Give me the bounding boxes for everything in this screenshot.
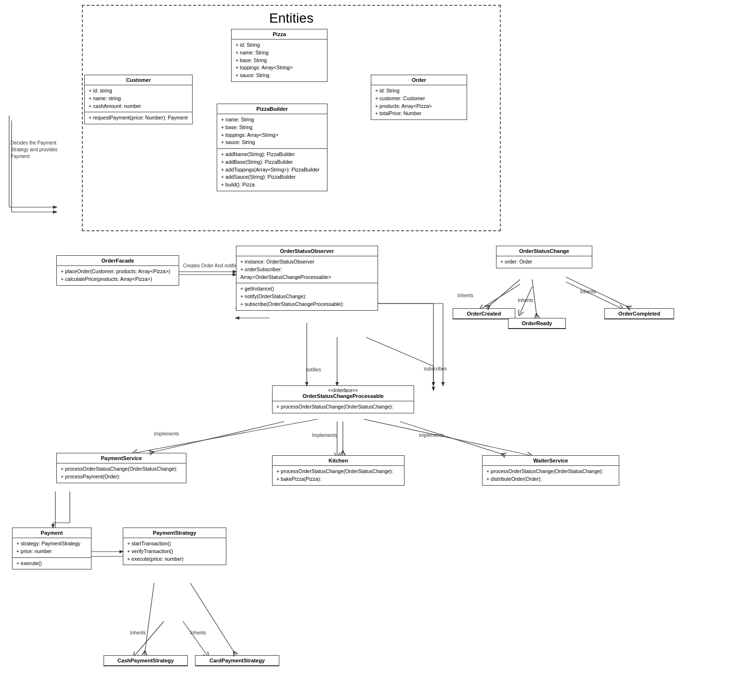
orderready-class-header: OrderReady [509, 318, 565, 329]
customer-class-header: Customer [85, 75, 192, 85]
kitchen-class-name: Kitchen [328, 458, 348, 463]
subscribes-label: subscribes [424, 366, 447, 371]
diagram-container: Entities Pizza + id: String + name: Stri… [0, 0, 744, 700]
inherits-cash-label: Inherits [130, 630, 146, 635]
svg-line-12 [135, 621, 164, 655]
orderstatuschange-attributes-section: + order: Order [496, 256, 592, 268]
orderfacade-class-name: OrderFacade [102, 258, 134, 264]
pizzabuilder-class-box: PizzaBuilder + name: String + base: Stri… [217, 104, 327, 191]
orderready-class-name: OrderReady [522, 320, 552, 326]
inherits-card-label: Inherits [190, 630, 206, 635]
orderstatuschange-class-box: OrderStatusChange + order: Order [496, 246, 592, 268]
kitchen-methods-section: + processOrderStatusChange(OrderStatusCh… [273, 466, 404, 485]
paymentstrategy-methods-section: + startTransaction() + verifyTransaction… [123, 538, 226, 565]
pizzabuilder-class-name: PizzaBuilder [256, 106, 287, 112]
waiterservice-methods-section: + processOrderStatusChange(OrderStatusCh… [483, 466, 619, 485]
pizza-class-name: Pizza [273, 31, 286, 37]
customer-class-box: Customer + id: string + name: string + c… [84, 75, 193, 124]
orderstatuschangeprocessable-methods-section: + processOrderStatusChange(OrderStatusCh… [273, 401, 414, 413]
pizzabuilder-attributes-section: + name: String + base: String + toppings… [217, 114, 327, 149]
payment-class-box: Payment + strategy: PaymentStrategy + pr… [12, 528, 91, 569]
svg-line-27 [400, 422, 506, 455]
ordercreated-class-name: OrderCreated [467, 311, 501, 317]
paymentservice-methods-section: + processOrderStatusChange(OrderStatusCh… [57, 463, 186, 483]
order-class-box: Order + id: String + customer: Customer … [371, 75, 467, 120]
payment-methods-section: + execute() [13, 558, 91, 569]
orderready-class-box: OrderReady [508, 318, 566, 329]
ordercompleted-class-header: OrderCompleted [605, 309, 674, 319]
svg-line-32 [144, 583, 154, 655]
decides-payment-label: Decides the Payment Strategy and provide… [11, 140, 76, 160]
pizza-class-box: Pizza + id: String + name: String + base… [231, 29, 327, 82]
svg-line-8 [364, 419, 530, 455]
inherits-label-2: Inherits [518, 298, 534, 303]
ordercompleted-class-name: OrderCompleted [618, 311, 660, 317]
payment-class-header: Payment [13, 528, 91, 538]
cashpaymentstrategy-class-header: CashPaymentStrategy [104, 656, 187, 666]
cardpaymentstrategy-class-header: CardPaymentStrategy [196, 656, 279, 666]
waiterservice-class-header: WaiterService [483, 456, 619, 466]
svg-line-13 [183, 621, 207, 655]
paymentstrategy-class-header: PaymentStrategy [123, 528, 226, 538]
orderstatsuobserver-attributes-section: + instance: OrderStatusObserver + orderS… [236, 256, 378, 283]
pizza-class-header: Pizza [232, 29, 327, 40]
customer-class-name: Customer [126, 77, 151, 83]
pizzabuilder-methods-section: + addName(String): PizzaBuilder + addBas… [217, 149, 327, 191]
order-class-header: Order [371, 75, 467, 85]
implements-label-1: Implements [154, 431, 179, 436]
orderstatuschangeprocessable-box: <<Interface>> OrderStatusChangeProcessab… [272, 385, 414, 413]
orderstatsuobserver-class-header: OrderStatusObserver [236, 246, 378, 256]
payment-attributes-section: + strategy: PaymentStrategy + price: num… [13, 538, 91, 558]
orderfacade-class-header: OrderFacade [57, 256, 179, 266]
implements-label-2: Implements [312, 433, 337, 438]
orderstatsuobserver-class-box: OrderStatusObserver + instance: OrderSta… [236, 246, 378, 311]
orderfacade-methods-section: + placeOrder(Customer, products: Array<P… [57, 266, 179, 285]
orderstatsuobserver-class-name: OrderStatusObserver [280, 248, 334, 254]
orderstatuschange-class-name: OrderStatusChange [519, 248, 569, 254]
customer-methods-section: + requestPayment(price: Number): Payment [85, 112, 192, 124]
paymentstrategy-class-name: PaymentStrategy [153, 530, 196, 536]
orderstatuschangeprocessable-header: <<Interface>> OrderStatusChangeProcessab… [273, 386, 414, 401]
paymentservice-class-name: PaymentService [101, 455, 142, 461]
cardpaymentstrategy-class-box: CardPaymentStrategy [195, 655, 279, 666]
orderfacade-class-box: OrderFacade + placeOrder(Customer, produ… [56, 255, 179, 286]
paymentstrategy-class-box: PaymentStrategy + startTransaction() + v… [123, 528, 226, 565]
svg-line-34 [486, 279, 520, 308]
order-class-name: Order [412, 77, 426, 83]
paymentservice-class-box: PaymentService + processOrderStatusChang… [56, 453, 186, 483]
waiterservice-class-box: WaiterService + processOrderStatusChange… [482, 455, 619, 486]
kitchen-class-box: Kitchen + processOrderStatusChange(Order… [272, 455, 405, 486]
orderstatsuobserver-methods-section: + getInstance() + notify(OrderStatusChan… [236, 283, 378, 310]
svg-line-14 [482, 284, 520, 308]
svg-line-25 [149, 422, 284, 453]
svg-line-33 [190, 583, 236, 655]
inherits-label-1: Inherits [457, 293, 473, 298]
cashpaymentstrategy-class-box: CashPaymentStrategy [104, 655, 188, 666]
pizza-attributes-section: + id: String + name: String + base: Stri… [232, 40, 327, 81]
order-attributes-section: + id: String + customer: Customer + prod… [371, 85, 467, 119]
orderstatuschange-class-header: OrderStatusChange [496, 246, 592, 256]
svg-line-4 [366, 337, 433, 366]
implements-label-3: Implements [419, 433, 444, 438]
notifies-label: notifies [306, 367, 321, 372]
svg-line-36 [566, 277, 631, 308]
ordercompleted-class-box: OrderCompleted [604, 308, 674, 319]
cardpaymentstrategy-class-name: CardPaymentStrategy [209, 658, 265, 663]
pizzabuilder-class-header: PizzaBuilder [217, 104, 327, 114]
svg-line-16 [566, 282, 621, 308]
paymentservice-class-header: PaymentService [57, 453, 186, 463]
inherits-label-3: Inherits [580, 289, 596, 294]
cashpaymentstrategy-class-name: CashPaymentStrategy [117, 658, 174, 663]
orderstatuschangeprocessable-name: OrderStatusChangeProcessable [302, 393, 384, 399]
payment-class-name: Payment [41, 530, 63, 536]
waiterservice-class-name: WaiterService [533, 458, 568, 463]
kitchen-class-header: Kitchen [273, 456, 404, 466]
ordercreated-class-box: OrderCreated [453, 308, 515, 319]
customer-attributes-section: + id: string + name: string + cashAmount… [85, 85, 192, 112]
ordercreated-class-header: OrderCreated [453, 309, 515, 319]
